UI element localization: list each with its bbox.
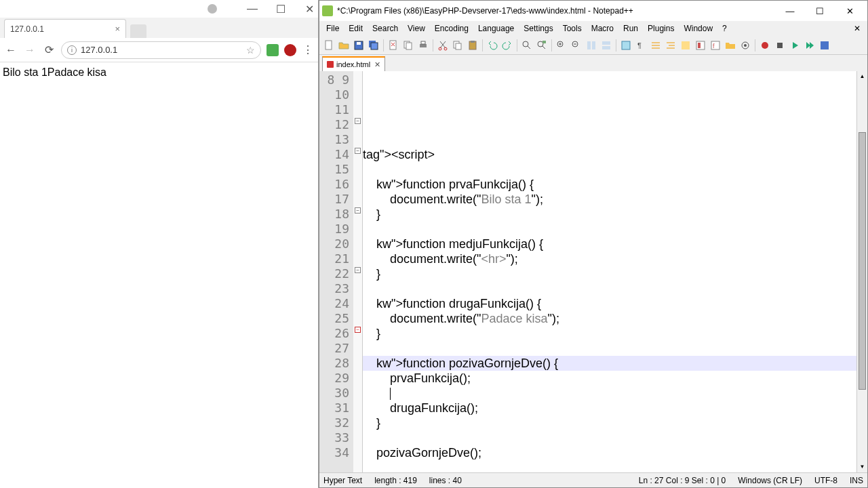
save-icon[interactable] — [352, 39, 366, 52]
menu-edit[interactable]: Edit — [344, 22, 367, 35]
bookmark-star-icon[interactable]: ☆ — [246, 45, 255, 56]
fold-toggle-icon[interactable]: − — [355, 327, 361, 333]
tab-close-icon[interactable]: × — [115, 24, 120, 34]
record-macro-icon[interactable] — [758, 39, 772, 52]
close-button[interactable]: ✕ — [304, 4, 314, 14]
maximize-button[interactable]: ☐ — [805, 1, 835, 20]
undo-icon[interactable] — [486, 39, 499, 52]
all-chars-icon[interactable]: ¶ — [634, 39, 648, 52]
menu-run[interactable]: Run — [619, 22, 642, 35]
folder-icon[interactable] — [724, 39, 737, 52]
toolbar-separator — [433, 39, 433, 52]
fold-toggle-icon[interactable]: − — [355, 267, 361, 273]
scrollbar-thumb[interactable] — [859, 132, 866, 390]
mdi-close-icon[interactable]: ✕ — [850, 24, 865, 33]
tab-close-icon[interactable]: ✕ — [374, 60, 380, 69]
menu-view[interactable]: View — [403, 22, 429, 35]
indent-guide-icon[interactable] — [649, 39, 663, 52]
docmap-icon[interactable] — [694, 39, 707, 52]
reload-button[interactable]: ⟳ — [42, 43, 56, 57]
play-multi-icon[interactable] — [803, 39, 816, 52]
toolbar-separator — [616, 39, 616, 52]
fold-toggle-icon[interactable]: − — [355, 118, 361, 124]
find-icon[interactable] — [520, 39, 534, 52]
toolbar: ¶ f — [319, 36, 867, 55]
document-tab[interactable]: index.html ✕ — [322, 56, 385, 71]
document-tabbar: index.html ✕ — [319, 55, 867, 71]
svg-rect-22 — [592, 41, 595, 49]
chrome-titlebar: — ☐ ✕ — [0, 0, 318, 18]
menu-macro[interactable]: Macro — [587, 22, 618, 35]
monitor-icon[interactable] — [738, 39, 752, 52]
vertical-scrollbar[interactable]: ▲ ▼ — [856, 71, 867, 472]
status-lines: lines : 40 — [429, 476, 462, 485]
scroll-down-icon[interactable]: ▼ — [857, 462, 867, 472]
svg-rect-0 — [326, 41, 332, 49]
new-file-icon[interactable] — [322, 39, 336, 52]
forward-button[interactable]: → — [23, 43, 37, 57]
menu-window[interactable]: Window — [679, 22, 717, 35]
stop-macro-icon[interactable] — [773, 39, 787, 52]
menu-encoding[interactable]: Encoding — [431, 22, 473, 35]
code-editor[interactable]: tag"><script> kw">function prvaFunkcija(… — [363, 71, 856, 472]
svg-rect-36 — [821, 41, 829, 49]
close-all-icon[interactable] — [401, 39, 415, 52]
svg-rect-15 — [471, 41, 475, 43]
maximize-button[interactable]: ☐ — [276, 4, 285, 14]
sync-v-icon[interactable] — [585, 39, 598, 52]
unsaved-disk-icon — [327, 61, 334, 68]
scroll-up-icon[interactable]: ▲ — [857, 71, 867, 82]
paste-icon[interactable] — [466, 39, 479, 52]
zoom-out-icon[interactable] — [570, 39, 583, 52]
menu-file[interactable]: File — [322, 22, 343, 35]
site-info-icon[interactable]: i — [67, 45, 77, 55]
toolbar-separator — [517, 39, 517, 52]
menu-tools[interactable]: Tools — [559, 22, 586, 35]
svg-point-16 — [523, 41, 528, 47]
close-file-icon[interactable] — [387, 39, 400, 52]
extension-icon-1[interactable] — [267, 44, 279, 56]
new-tab-button[interactable] — [130, 24, 146, 38]
menu-settings[interactable]: Settings — [519, 22, 557, 35]
copy-icon[interactable] — [451, 39, 465, 52]
editor-area[interactable]: 8 9 10 11 12 13 14 15 16 17 18 19 20 21 … — [319, 71, 867, 472]
play-macro-icon[interactable] — [788, 39, 802, 52]
save-macro-icon[interactable] — [818, 39, 831, 52]
tab-strip: 127.0.0.1 × — [0, 18, 318, 38]
zoom-in-icon[interactable] — [555, 39, 568, 52]
profile-avatar-icon[interactable] — [208, 4, 217, 14]
menu-search[interactable]: Search — [368, 22, 402, 35]
svg-point-33 — [744, 44, 747, 47]
sync-h-icon[interactable] — [599, 39, 613, 52]
wordwrap-icon[interactable] — [619, 39, 633, 52]
fold-toggle-icon[interactable]: − — [355, 148, 361, 154]
chrome-menu-button[interactable]: ⋮ — [302, 43, 314, 56]
minimize-button[interactable]: — — [775, 1, 805, 20]
extension-icon-2[interactable] — [284, 44, 296, 56]
cut-icon[interactable] — [436, 39, 450, 52]
statusbar: Hyper Text length : 419 lines : 40 Ln : … — [319, 472, 867, 487]
browser-tab[interactable]: 127.0.0.1 × — [4, 19, 126, 38]
funclist-icon[interactable]: f — [709, 39, 722, 52]
userdef-icon[interactable] — [679, 39, 692, 52]
save-all-icon[interactable] — [367, 39, 380, 52]
status-lang: Hyper Text — [323, 476, 362, 485]
svg-rect-2 — [357, 42, 361, 45]
tab-title: 127.0.0.1 — [10, 24, 44, 34]
open-file-icon[interactable] — [337, 39, 351, 52]
fold-toggle-icon[interactable]: − — [355, 207, 361, 214]
menu-language[interactable]: Language — [474, 22, 518, 35]
minimize-button[interactable]: — — [248, 4, 257, 14]
tab-filename: index.html — [336, 60, 370, 68]
indent-icon[interactable] — [664, 39, 677, 52]
svg-rect-23 — [602, 41, 610, 45]
close-button[interactable]: ✕ — [835, 1, 865, 20]
replace-icon[interactable] — [535, 39, 549, 52]
status-ins: INS — [850, 476, 863, 485]
url-input[interactable]: i 127.0.0.1 ☆ — [61, 41, 261, 59]
print-icon[interactable] — [416, 39, 430, 52]
menu-help[interactable]: ? — [718, 22, 731, 35]
redo-icon[interactable] — [500, 39, 514, 52]
menu-plugins[interactable]: Plugins — [644, 22, 678, 35]
back-button[interactable]: ← — [4, 43, 18, 57]
